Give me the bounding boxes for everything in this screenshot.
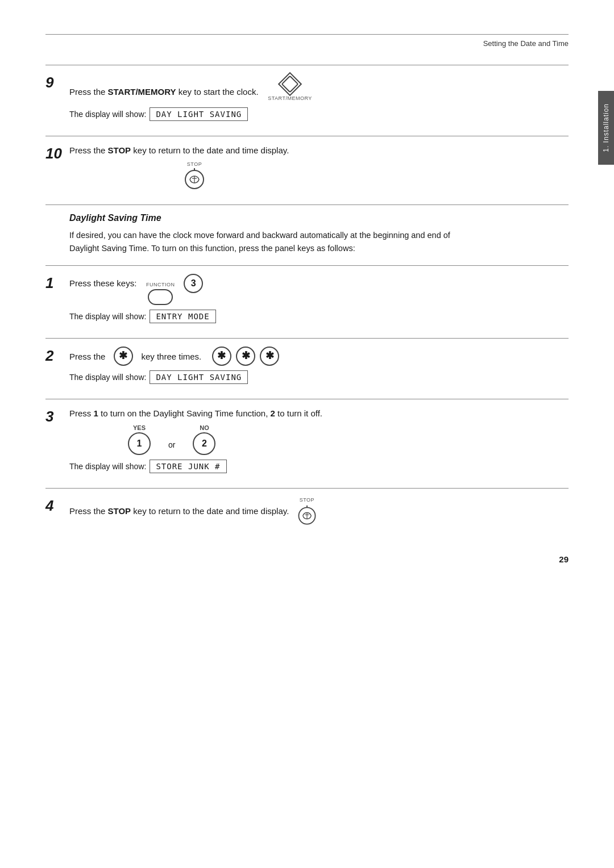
dst-step-4-text: Press the STOP key to return to the date… xyxy=(69,496,569,527)
svg-rect-0 xyxy=(282,76,298,92)
divider-step10 xyxy=(45,136,569,136)
key-1-icon: 1 xyxy=(128,432,151,455)
yes-label: YES xyxy=(133,424,146,431)
dst-step-2-text: Press the ✱ key three times. ✱ ✱ ✱ xyxy=(69,347,569,366)
page-header: Setting the Date and Time xyxy=(45,34,569,48)
dst-step-1-display-box: ENTRY MODE xyxy=(150,310,215,323)
page-wrapper: 1. Installation Setting the Date and Tim… xyxy=(0,0,614,868)
dst-step-2-row: 2 Press the ✱ key three times. ✱ ✱ ✱ The… xyxy=(45,347,569,389)
dst-step-1-row: 1 Press these keys: FUNCTION 3 The displ… xyxy=(45,274,569,328)
star-key-3: ✱ xyxy=(260,347,279,366)
step-10-key-label: STOP xyxy=(108,145,131,155)
side-tab: 1. Installation xyxy=(598,91,614,165)
stop-label-4: STOP xyxy=(300,496,314,504)
step-9-content: Press the START/MEMORY key to start the … xyxy=(69,73,569,126)
step-10-key-row: STOP xyxy=(183,161,569,192)
star-key-1: ✱ xyxy=(212,347,231,366)
divider-dst xyxy=(45,205,569,205)
function-key-label: FUNCTION xyxy=(146,281,175,289)
dst-step-4-number: 4 xyxy=(45,496,69,514)
yes-group: YES 1 xyxy=(126,424,152,455)
dst-step-4-key-label: STOP xyxy=(108,506,131,516)
stop-key-group-10: STOP xyxy=(183,161,206,192)
step-9-number: 9 xyxy=(45,73,69,91)
step-10-text: Press the STOP key to return to the date… xyxy=(69,144,569,157)
dst-step-1-number: 1 xyxy=(45,274,69,291)
side-tab-label: 1. Installation xyxy=(602,103,610,152)
divider-dst2 xyxy=(45,338,569,339)
dst-section: Daylight Saving Time If desired, you can… xyxy=(69,213,569,255)
yes-no-row: YES 1 or NO 2 xyxy=(126,424,569,455)
key-2-icon: 2 xyxy=(193,432,215,455)
dst-step-2-number: 2 xyxy=(45,347,69,364)
dst-step-3-key2-ref: 2 xyxy=(271,408,275,418)
dst-step-1-content: Press these keys: FUNCTION 3 The display… xyxy=(69,274,569,328)
dst-step-4-content: Press the STOP key to return to the date… xyxy=(69,496,569,532)
step-10-row: 10 Press the STOP key to return to the d… xyxy=(45,144,569,195)
dst-step-2-display-box: DAY LIGHT SAVING xyxy=(150,370,248,384)
dst-step-3-text: Press 1 to turn on the Daylight Saving T… xyxy=(69,407,569,420)
stop-icon-10 xyxy=(183,167,206,192)
dst-heading: Daylight Saving Time xyxy=(69,213,569,223)
function-key-group: FUNCTION xyxy=(146,281,175,305)
start-memory-key-icon xyxy=(279,73,301,95)
step-10-content: Press the STOP key to return to the date… xyxy=(69,144,569,195)
or-text: or xyxy=(168,440,175,449)
step-10-number: 10 xyxy=(45,144,69,162)
no-label: NO xyxy=(200,424,209,431)
dst-step-3-display-box: STORE JUNK # xyxy=(150,460,226,473)
step-9-display: The display will show: DAY LIGHT SAVING xyxy=(69,107,569,121)
dst-step-1-text: Press these keys: FUNCTION 3 xyxy=(69,274,569,305)
divider-dst1 xyxy=(45,265,569,266)
step-9-key-label: START/MEMORY xyxy=(108,87,176,97)
stop-icon-4 xyxy=(296,504,318,527)
key-3-icon: 3 xyxy=(184,274,203,293)
dst-paragraph: If desired, you can have the clock move … xyxy=(69,229,456,255)
dst-step-2-content: Press the ✱ key three times. ✱ ✱ ✱ The d… xyxy=(69,347,569,389)
stop-label-10: STOP xyxy=(187,161,202,167)
start-memory-key-group: START/MEMORY xyxy=(268,73,312,103)
step-9-row: 9 Press the START/MEMORY key to start th… xyxy=(45,73,569,126)
dst-step-3-number: 3 xyxy=(45,407,69,425)
header-text: Setting the Date and Time xyxy=(483,39,569,48)
dst-step-4-row: 4 Press the STOP key to return to the da… xyxy=(45,496,569,532)
dst-step-3-content: Press 1 to turn on the Daylight Saving T… xyxy=(69,407,569,478)
dst-step-3-display: The display will show: STORE JUNK # xyxy=(69,460,569,473)
step-9-display-box: DAY LIGHT SAVING xyxy=(150,107,248,121)
dst-step-3-key1-ref: 1 xyxy=(94,408,98,418)
stop-key-group-4: STOP xyxy=(296,496,318,527)
star-key-2: ✱ xyxy=(236,347,255,366)
star-key-ref: ✱ xyxy=(114,347,133,366)
divider-step9 xyxy=(45,65,569,65)
step-9-text: Press the START/MEMORY key to start the … xyxy=(69,73,569,103)
function-key-icon xyxy=(148,289,173,305)
divider-dst4 xyxy=(45,488,569,489)
dst-step-1-display: The display will show: ENTRY MODE xyxy=(69,310,569,323)
dst-step-2-display: The display will show: DAY LIGHT SAVING xyxy=(69,370,569,384)
divider-dst3 xyxy=(45,399,569,399)
dst-step-3-row: 3 Press 1 to turn on the Daylight Saving… xyxy=(45,407,569,478)
no-group: NO 2 xyxy=(191,424,217,455)
page-number: 29 xyxy=(45,554,569,564)
